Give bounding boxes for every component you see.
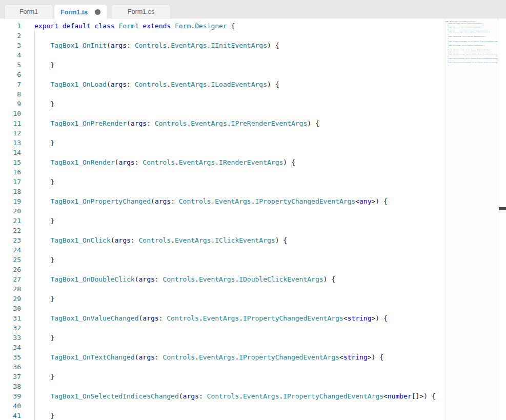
code-line[interactable]: TagBox1_OnSelectedIndicesChanged(args: C… [34, 391, 445, 401]
code-line[interactable]: TagBox1_OnClick(args: Controls.EventArgs… [34, 235, 445, 245]
line-number: 9 [0, 99, 28, 109]
line-number: 15 [0, 157, 28, 167]
tab-form1-designer[interactable]: Form1 [4, 4, 53, 19]
code-line[interactable] [34, 245, 445, 255]
line-number: 5 [0, 60, 28, 70]
code-line[interactable] [34, 323, 445, 333]
line-number: 29 [0, 294, 28, 304]
code-line[interactable]: } [34, 177, 445, 187]
line-number: 37 [0, 372, 28, 382]
code-line[interactable]: TagBox1_OnLoad(args: Controls.EventArgs.… [34, 79, 445, 89]
minimap-line: TagBox1_OnDoubleClick(args: Controls.Eve… [446, 49, 498, 50]
minimap-line: TagBox1_OnTextChanged(args: Controls.Eve… [446, 58, 498, 59]
line-number: 25 [0, 255, 28, 265]
line-number: 1 [0, 21, 28, 31]
code-line[interactable] [34, 304, 445, 313]
line-number: 13 [0, 138, 28, 148]
code-line[interactable] [34, 382, 445, 391]
code-line[interactable]: } [34, 138, 445, 148]
minimap-line: TagBox1_OnPropertyChanged(args: Controls… [446, 41, 498, 42]
line-number: 32 [0, 323, 28, 333]
scrollbar-thumb[interactable] [499, 207, 506, 210]
line-number: 33 [0, 333, 28, 343]
line-number: 16 [0, 167, 28, 177]
code-line[interactable]: TagBox1_OnRender(args: Controls.EventArg… [34, 157, 445, 167]
line-number: 11 [0, 118, 28, 128]
line-number: 8 [0, 89, 28, 99]
line-number: 10 [0, 109, 28, 118]
line-number: 17 [0, 177, 28, 187]
line-number: 41 [0, 411, 28, 420]
code-line[interactable]: } [34, 411, 445, 420]
code-line[interactable]: } [34, 372, 445, 382]
line-number: 26 [0, 265, 28, 274]
line-number: 24 [0, 245, 28, 255]
code-area[interactable]: export default class Form1 extends Form.… [28, 21, 445, 420]
code-line[interactable]: TagBox1_OnPreRender(args: Controls.Event… [34, 118, 445, 128]
line-number: 4 [0, 50, 28, 60]
unsaved-changes-dot [95, 9, 100, 15]
code-line[interactable] [34, 401, 445, 411]
code-line[interactable] [34, 167, 445, 177]
code-line[interactable]: export default class Form1 extends Form.… [34, 21, 445, 31]
line-number: 40 [0, 401, 28, 411]
line-number: 20 [0, 206, 28, 216]
code-line[interactable] [34, 362, 445, 372]
minimap-line: } [446, 65, 498, 66]
line-number: 21 [0, 216, 28, 226]
code-line[interactable] [34, 187, 445, 196]
line-number: 12 [0, 128, 28, 138]
line-number: 36 [0, 362, 28, 372]
line-number: 19 [0, 196, 28, 206]
code-line[interactable]: } [34, 333, 445, 343]
code-line[interactable]: TagBox1_OnDoubleClick(args: Controls.Eve… [34, 274, 445, 284]
line-number: 14 [0, 148, 28, 157]
tab-label: Form1.ts [60, 9, 88, 16]
scrollbar-track[interactable] [498, 18, 506, 420]
line-number: 22 [0, 226, 28, 235]
line-number: 27 [0, 274, 28, 284]
code-line[interactable]: TagBox1_OnTextChanged(args: Controls.Eve… [34, 352, 445, 362]
line-number: 7 [0, 79, 28, 89]
line-number: 6 [0, 70, 28, 79]
line-number: 30 [0, 304, 28, 313]
code-editor[interactable]: 1234567891011121314151617181920212223242… [0, 18, 506, 420]
line-number-gutter: 1234567891011121314151617181920212223242… [0, 21, 28, 420]
line-number: 18 [0, 187, 28, 196]
code-line[interactable]: } [34, 294, 445, 304]
code-line[interactable]: } [34, 60, 445, 70]
tab-label: Form1 [19, 8, 38, 15]
tab-form1-ts[interactable]: Form1.ts [54, 4, 107, 19]
minimap-line: TagBox1_OnValueChanged(args: Controls.Ev… [446, 53, 498, 54]
code-line[interactable]: } [34, 216, 445, 226]
minimap[interactable]: export default class Form1 extends Form.… [445, 18, 498, 420]
line-number: 35 [0, 352, 28, 362]
line-number: 28 [0, 284, 28, 294]
code-line[interactable] [34, 89, 445, 99]
code-line[interactable] [34, 343, 445, 352]
code-line[interactable]: } [34, 255, 445, 265]
code-line[interactable] [34, 226, 445, 235]
code-line[interactable] [34, 128, 445, 138]
line-number: 34 [0, 343, 28, 352]
line-number: 38 [0, 382, 28, 391]
code-line[interactable]: TagBox1_OnPropertyChanged(args: Controls… [34, 196, 445, 206]
code-line[interactable] [34, 206, 445, 216]
tab-bar: Form1 Form1.ts Form1.cs [0, 0, 506, 18]
code-line[interactable] [34, 284, 445, 294]
code-line[interactable] [34, 70, 445, 79]
code-line[interactable] [34, 109, 445, 118]
line-number: 3 [0, 41, 28, 50]
code-line[interactable]: } [34, 99, 445, 109]
code-line[interactable] [34, 31, 445, 41]
line-number: 31 [0, 313, 28, 323]
tab-form1-cs[interactable]: Form1.cs [111, 4, 171, 19]
line-number: 39 [0, 391, 28, 401]
code-line[interactable] [34, 148, 445, 157]
code-line[interactable] [34, 265, 445, 274]
tab-label: Form1.cs [128, 8, 154, 15]
code-line[interactable]: TagBox1_OnInit(args: Controls.EventArgs.… [34, 41, 445, 50]
code-line[interactable] [34, 50, 445, 60]
minimap-line: TagBox1_OnSelectedIndicesChanged(args: C… [446, 62, 498, 63]
code-line[interactable]: TagBox1_OnValueChanged(args: Controls.Ev… [34, 313, 445, 323]
